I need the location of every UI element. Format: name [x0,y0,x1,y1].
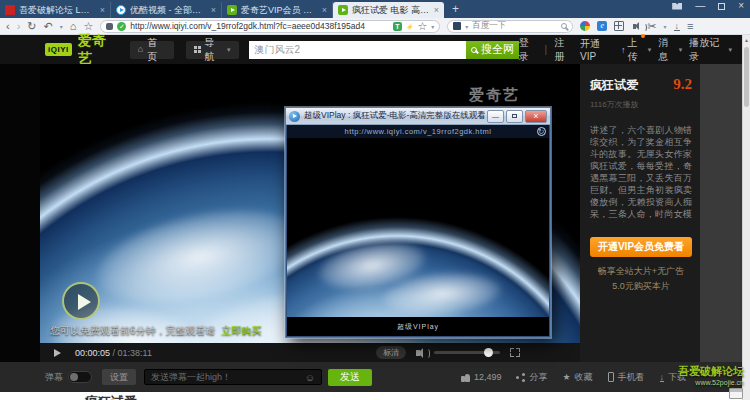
control-play-icon[interactable] [54,349,61,357]
iqiyi-logo[interactable]: iQIYI [45,43,72,56]
upload-menu[interactable]: ↑ 上传 ▾ [621,36,651,64]
home-nav-button[interactable]: ⌂ 首页 [130,41,174,59]
volume-knob[interactable] [484,348,493,357]
time-display: 00:00:05 / 01:38:11 [75,348,152,358]
forward-icon[interactable]: › [17,21,21,32]
extensions-grid-icon[interactable] [614,21,624,31]
iqiyi-logo-text[interactable]: 爱奇艺 [78,32,118,68]
viplay-popup-window[interactable]: 超级VIPlay : 疯狂试爱-电影-高清完整版在线观看-爱奇艺 — × htt… [285,107,551,338]
read-aloud-icon[interactable] [633,24,636,29]
undo-dropdown-icon[interactable]: ▾ [60,23,63,30]
refresh-icon[interactable]: ↻ [27,21,36,32]
chevron-down-icon: ▾ [648,46,652,54]
register-link[interactable]: 注册 [554,36,573,64]
messages-label: 消息 [658,36,677,64]
new-tab-button[interactable]: + [452,2,459,16]
engine-dropdown-icon[interactable]: ▾ [465,23,468,30]
movie-title[interactable]: 疯狂试爱 [590,77,673,94]
play-history-menu[interactable]: 播放记录 ▾ [689,36,732,64]
tampermonkey-extension-icon[interactable]: T [393,22,402,31]
video-action-bar: 12,499 分享 ★ 收藏 手机看 ↓ 下载 [446,371,686,384]
tab-title: 疯狂试爱 电影 高清完整... [352,4,430,17]
watermark-badge [729,388,743,399]
window-restore-button[interactable] [718,3,725,10]
window-close-button[interactable]: × [738,1,744,11]
login-link[interactable]: 登录 [519,36,538,64]
tab-title: 吾爱破解论坛 LCG LSG... [19,4,96,17]
favorite-page-icon[interactable]: ☆ [417,21,427,32]
window-minimize-button[interactable]: — [695,1,705,11]
fullscreen-icon[interactable] [510,348,520,357]
open-vip-link[interactable]: 开通VIP [580,37,614,62]
back-icon[interactable]: ‹ [6,21,10,32]
screenshot-scissors-icon[interactable]: ✂ [647,21,656,32]
tab-close-icon[interactable]: × [211,5,216,15]
share-button[interactable]: 分享 [516,371,547,384]
skin-theme-icon[interactable] [672,3,682,10]
iqiyi-favicon [338,5,348,15]
popup-maximize-button[interactable] [506,110,523,123]
send-danmu-button[interactable]: 发送 [328,369,372,386]
browser-tab-iqiyi-vip[interactable]: 爱奇艺VIP会员 轻奢新主... × [222,2,333,18]
security-check-icon[interactable]: ✓ [117,22,126,31]
url-text[interactable]: http://www.iqiyi.com/v_19rrof2gdk.html?f… [130,21,389,31]
star-icon: ★ [562,372,570,382]
page-left-margin [0,64,40,362]
url-field[interactable]: ✓ http://www.iqiyi.com/v_19rrof2gdk.html… [100,20,440,33]
popup-refresh-icon[interactable]: ↻ [537,127,546,136]
buy-now-link[interactable]: 立即购买 [222,325,262,336]
popup-close-button[interactable]: × [525,110,547,123]
danmu-toggle[interactable] [68,371,92,383]
danmu-settings-button[interactable]: 设置 [102,369,136,385]
browser-tab-52pojie[interactable]: 吾爱破解论坛 LCG LSG... × [0,2,111,18]
emoji-icon[interactable]: ☺ [305,372,315,383]
share-label: 分享 [529,371,547,384]
scrollbar-up-arrow[interactable]: ▲ [743,35,750,45]
search-engine-icon[interactable] [453,22,461,30]
popup-video-stage[interactable] [286,138,550,317]
bookmark-star-icon[interactable]: ☆ [83,21,93,32]
tab-title: 优酷视频 - 全部电影 [130,4,207,17]
like-button[interactable]: 12,499 [461,372,502,382]
url-dropdown-icon[interactable]: ▾ [431,23,434,30]
home-icon: ⌂ [138,44,143,55]
iqiyi-site-header: iQIYI 爱奇艺 ⌂ 首页 导航 ▾ 澳门风云2 搜全网 登录 | 注册 开通… [0,35,742,64]
popup-title-bar[interactable]: 超级VIPlay : 疯狂试爱-电影-高清完整版在线观看-爱奇艺 — × [286,108,550,125]
search-icon[interactable] [561,23,567,29]
tab-close-icon[interactable]: × [434,5,439,15]
nav-menu-button[interactable]: 导航 ▾ [186,41,239,59]
ie-compat-icon[interactable]: e [597,21,607,31]
speed-mode-icon[interactable] [580,21,590,31]
open-vip-button[interactable]: 开通VIP会员免费看 [590,237,692,257]
popup-minimize-button[interactable]: — [487,110,504,123]
browser-tab-youku[interactable]: 优酷视频 - 全部电影 × [111,2,222,18]
browser-search-box[interactable]: ▾ 百度一下 [447,20,573,33]
favorite-button[interactable]: ★ 收藏 [562,371,592,384]
search-engine-placeholder[interactable]: 百度一下 [472,20,557,32]
page-scrollbar[interactable]: ▲ [742,35,750,400]
volume-icon[interactable] [416,350,420,356]
play-button[interactable] [62,282,100,320]
flash-lightning-icon[interactable]: ⚡ [406,23,414,30]
undo-closed-tab-icon[interactable]: ↶ [44,21,53,32]
scrollbar-thumb[interactable] [744,47,749,107]
favorite-label: 收藏 [575,371,593,384]
messages-menu[interactable]: 消息 ▾ [658,36,682,64]
tab-close-icon[interactable]: × [322,5,327,15]
screenshot-dropdown-icon[interactable]: ▾ [664,23,667,30]
site-search-input[interactable]: 澳门风云2 [249,41,467,59]
site-identity-icon[interactable] [106,23,113,30]
site-search-button[interactable]: 搜全网 [466,41,518,59]
home-icon[interactable]: ⌂ [70,21,77,32]
download-manager-icon[interactable]: ↓ [674,22,681,31]
tab-close-icon[interactable]: × [100,5,105,15]
danmu-input[interactable]: 发送弹幕一起high！ ☺ [144,369,322,385]
volume-slider[interactable] [434,351,500,354]
quality-selector[interactable]: 标清 [376,346,406,359]
grid-icon [194,46,197,49]
below-fold-section: 疯狂试爱 [0,392,742,400]
menu-icon[interactable]: ≡ [687,21,693,32]
watch-on-phone-button[interactable]: 手机看 [608,371,645,384]
browser-tab-active-movie[interactable]: 疯狂试爱 电影 高清完整... × [333,2,444,18]
viplay-app-icon [289,111,300,122]
